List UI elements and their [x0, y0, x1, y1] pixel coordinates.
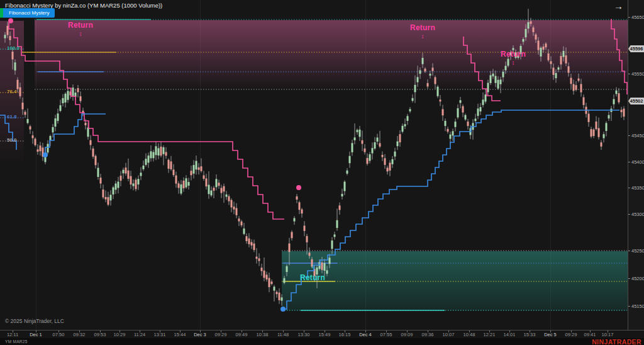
- time-axis[interactable]: 12:11Dec 107:5009:3209:5310:2911:2413:31…: [0, 330, 644, 338]
- chart-panel[interactable]: 100.076.461.850.0 Return↕Return↕Return↕R…: [0, 0, 628, 330]
- price-label: 45250: [631, 248, 644, 254]
- price-tick: [628, 188, 630, 188]
- time-label: 09:49: [236, 332, 248, 337]
- time-label: 11:48: [277, 332, 289, 337]
- instrument-tab[interactable]: YM MAR25: [5, 339, 28, 344]
- price-tick: [628, 306, 630, 307]
- indicator-tab[interactable]: Fibonacci Mystery: [0, 8, 55, 18]
- time-label: 09:29: [215, 332, 227, 337]
- time-label: 15:33: [524, 332, 536, 337]
- fib-value-label: 50.0: [7, 137, 17, 143]
- return-label: Return: [68, 21, 93, 30]
- ninjatrader-window: 100.076.461.850.0 Return↕Return↕Return↕R…: [0, 0, 644, 345]
- price-tick: [628, 251, 630, 251]
- price-tick: [628, 74, 630, 74]
- price-label: 45300: [631, 212, 644, 217]
- copyright-text: © 2025 NinjaTrader, LLC: [5, 318, 64, 324]
- time-label: 12:21: [484, 332, 496, 337]
- time-label: 15:44: [174, 332, 186, 337]
- time-label: Dec 4: [359, 332, 372, 337]
- return-label: Return: [501, 50, 526, 59]
- price-label: 45150: [631, 303, 644, 309]
- price-tick: [628, 278, 630, 279]
- return-label: Return: [410, 23, 435, 32]
- price-label: 45350: [631, 185, 644, 191]
- time-label: 09:36: [422, 332, 434, 337]
- time-label: 12:11: [7, 332, 18, 337]
- signal-dots: [8, 18, 301, 312]
- time-label: 09:32: [74, 332, 86, 337]
- fib-value-label: 61.8: [7, 114, 17, 120]
- time-label: 09:29: [565, 332, 577, 337]
- time-label: 10:48: [464, 332, 475, 337]
- price-tick: [628, 17, 630, 18]
- time-label: 09:53: [94, 332, 106, 337]
- price-tick: [628, 135, 630, 136]
- time-label: 13:30: [298, 332, 310, 337]
- scroll-right-arrow-icon[interactable]: →: [614, 1, 623, 11]
- bottom-bar: YM MAR25 NINJATRADER: [0, 338, 644, 345]
- time-label: Dec 5: [544, 332, 557, 337]
- time-label: Dec 1: [30, 332, 42, 337]
- price-marker: 45502: [628, 98, 644, 105]
- price-label: 45550: [631, 71, 644, 77]
- price-tick: [628, 162, 630, 162]
- indicator-button[interactable]: Fibonacci Mystery: [3, 8, 55, 18]
- time-label: 10:07: [443, 332, 455, 337]
- time-label: 11:24: [134, 332, 145, 337]
- time-label: 14:01: [504, 332, 516, 337]
- price-label: 45450: [631, 133, 644, 139]
- time-label: 07:50: [53, 332, 65, 337]
- time-label: 16:15: [339, 332, 351, 337]
- price-axis[interactable]: 4565045550454504540045350453004525045200…: [628, 0, 644, 330]
- time-label: 15:49: [319, 332, 331, 337]
- return-arrow-icon: ↕: [512, 60, 515, 66]
- price-tick: [628, 214, 630, 215]
- time-label: 07:55: [380, 332, 392, 337]
- time-label: 09:09: [401, 332, 413, 337]
- return-arrow-icon: ↕: [311, 263, 314, 269]
- return-label: Return: [300, 273, 325, 282]
- time-label: 10:38: [257, 332, 269, 337]
- price-label: 45200: [631, 276, 644, 281]
- return-arrow-icon: ↕: [79, 31, 82, 37]
- time-label: Dec 3: [194, 332, 206, 337]
- time-label: 10:17: [602, 332, 614, 337]
- price-label: 45650: [631, 14, 644, 20]
- time-label: 10:29: [114, 332, 126, 337]
- time-label: 13:31: [154, 332, 166, 337]
- fib-value-label: 76.4: [7, 89, 17, 94]
- return-arrow-icon: ↕: [421, 33, 425, 40]
- ninjatrader-logo: NINJATRADER: [592, 338, 641, 345]
- price-marker: 45596: [628, 45, 644, 52]
- candlesticks: [4, 9, 625, 306]
- fib-value-label: 100.0: [7, 45, 19, 51]
- time-label: 09:41: [584, 332, 596, 337]
- price-label: 45400: [631, 159, 644, 165]
